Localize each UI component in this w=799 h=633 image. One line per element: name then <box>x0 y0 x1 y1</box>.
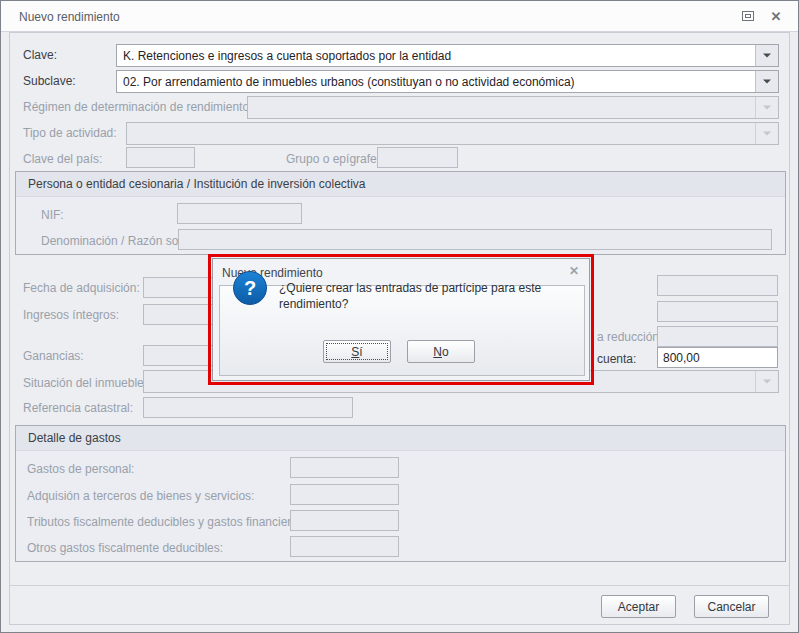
adquisicion-terceros-label: Adquisión a terceros de bienes y servici… <box>27 489 254 503</box>
ingresos-integros-label: Ingresos íntegros: <box>23 308 119 322</box>
nif-input <box>177 203 302 224</box>
chevron-down-icon <box>755 123 778 144</box>
denominacion-input <box>178 229 772 250</box>
close-button[interactable]: ✕ <box>767 9 785 25</box>
clave-pais-input <box>126 147 195 168</box>
right-field-2 <box>657 301 778 322</box>
chevron-down-icon[interactable] <box>755 45 778 66</box>
yes-rest: í <box>359 345 362 359</box>
confirmation-dialog: Nuevo rendimiento ✕ ? ¿Quiere crear las … <box>212 258 590 381</box>
subclave-label: Subclave: <box>23 74 76 88</box>
gastos-personal-input <box>290 457 399 478</box>
referencia-catastral-label: Referencia catastral: <box>23 401 133 415</box>
chevron-down-icon[interactable] <box>755 71 778 92</box>
right-field-1 <box>657 275 778 296</box>
no-button[interactable]: No <box>407 340 475 363</box>
cancel-button[interactable]: Cancelar <box>694 595 769 618</box>
chevron-down-icon <box>755 371 778 392</box>
reduccion-label-fragment: a reducción: <box>597 330 662 344</box>
fecha-adquisicion-label: Fecha de adquisición: <box>23 281 140 295</box>
grupo-epigrafe-input <box>377 147 458 168</box>
referencia-catastral-input <box>143 397 353 418</box>
cuenta-label-fragment: cuenta: <box>597 352 636 366</box>
accept-button[interactable]: Aceptar <box>601 595 676 618</box>
close-icon[interactable]: ✕ <box>569 264 579 278</box>
detalle-gastos-group-title: Detalle de gastos <box>16 426 785 451</box>
window-titlebar[interactable]: Nuevo rendimiento ✕ <box>1 1 798 32</box>
yes-button[interactable]: Sí <box>323 340 391 363</box>
adquisicion-terceros-input <box>290 484 399 505</box>
no-key: N <box>433 345 442 359</box>
situacion-inmueble-label: Situación del inmueble: <box>23 376 147 390</box>
nif-label: NIF: <box>41 208 64 222</box>
grupo-epigrafe-label: Grupo o epígrafe: <box>286 152 380 166</box>
tributos-input <box>290 510 399 531</box>
otros-gastos-input <box>290 536 399 557</box>
tributos-label: Tributos fiscalmente deducibles y gastos… <box>27 515 307 529</box>
window-title: Nuevo rendimiento <box>19 10 120 24</box>
persona-entidad-group-title: Persona o entidad cesionaria / Instituci… <box>16 172 785 197</box>
restore-icon <box>742 11 754 21</box>
clave-label: Clave: <box>23 48 57 62</box>
restore-button[interactable] <box>739 9 757 25</box>
dialog-message: ¿Quiere crear las entradas de partícipe … <box>279 280 583 312</box>
clave-select[interactable]: K. Retenciones e ingresos a cuenta sopor… <box>116 44 779 67</box>
subclave-value: 02. Por arrendamiento de inmuebles urban… <box>123 75 750 89</box>
new-yield-window: Nuevo rendimiento ✕ Clave: K. Retencione… <box>0 0 799 633</box>
no-rest: o <box>442 345 449 359</box>
reduccion-input <box>657 326 778 347</box>
close-icon: ✕ <box>771 9 782 24</box>
denominacion-label: Denominación / Razón social: <box>41 234 200 248</box>
question-icon: ? <box>233 271 267 305</box>
regimen-label: Régimen de determinación de rendimientos… <box>23 100 258 114</box>
subclave-select[interactable]: 02. Por arrendamiento de inmuebles urban… <box>116 70 779 93</box>
tipo-actividad-label: Tipo de actividad: <box>23 126 117 140</box>
chevron-down-icon <box>755 97 778 118</box>
footer-separator <box>10 585 789 586</box>
clave-pais-label: Clave del país: <box>23 152 102 166</box>
tipo-actividad-select <box>126 122 779 145</box>
question-glyph: ? <box>244 277 256 299</box>
regimen-select <box>247 96 779 119</box>
ganancias-label: Ganancias: <box>23 349 84 363</box>
gastos-personal-label: Gastos de personal: <box>27 462 134 476</box>
otros-gastos-label: Otros gastos fiscalmente deducibles: <box>27 541 223 555</box>
clave-value: K. Retenciones e ingresos a cuenta sopor… <box>123 49 750 63</box>
cuenta-input[interactable] <box>657 347 778 368</box>
